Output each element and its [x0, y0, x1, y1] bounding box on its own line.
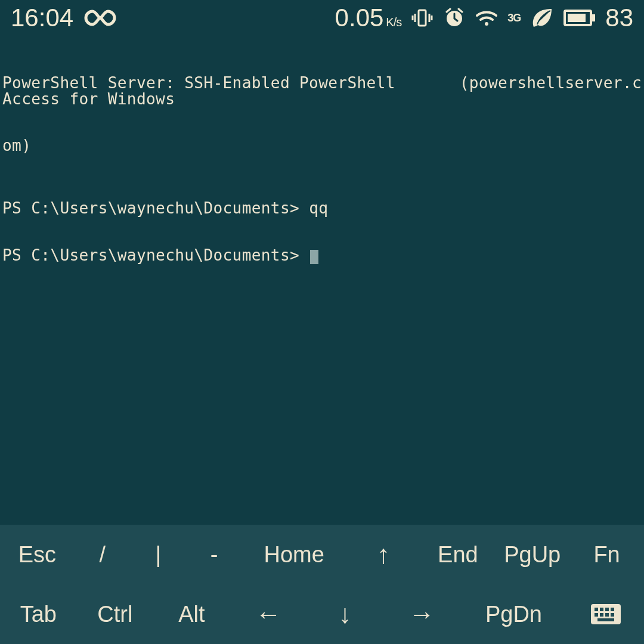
infinity-icon: [84, 9, 116, 27]
svg-rect-14: [611, 613, 614, 617]
terminal-prompt-1: PS C:\Users\waynechu\Documents>: [2, 199, 299, 217]
signal-3g-text: 3G: [507, 12, 521, 24]
key-pipe[interactable]: |: [131, 525, 187, 584]
svg-rect-10: [611, 608, 614, 611]
key-dash[interactable]: -: [186, 525, 242, 584]
key-tab[interactable]: Tab: [0, 584, 77, 644]
battery-text: 83: [605, 4, 633, 32]
key-keyboard-toggle[interactable]: [567, 584, 644, 644]
cursor-icon: [310, 250, 318, 264]
extra-keys-bar: Esc / | - Home ↑ End PgUp Fn Tab Ctrl Al…: [0, 525, 644, 644]
terminal-cmd-1: qq: [309, 199, 328, 217]
key-left[interactable]: ←: [230, 584, 307, 644]
keyboard-icon: [590, 603, 621, 625]
extra-keys-row-1: Esc / | - Home ↑ End PgUp Fn: [0, 525, 644, 584]
svg-rect-13: [605, 613, 609, 617]
key-pgup[interactable]: PgUp: [495, 525, 569, 584]
key-home[interactable]: Home: [242, 525, 346, 584]
terminal-banner-line1: PowerShell Server: SSH-Enabled PowerShel…: [2, 75, 642, 106]
battery-icon: [564, 9, 596, 27]
clock-text: 16:04: [11, 4, 73, 32]
svg-rect-5: [592, 14, 595, 21]
svg-rect-4: [568, 14, 586, 22]
key-down[interactable]: ↓: [306, 584, 383, 644]
status-bar: 16:04 0.05 K/s 3G 83: [0, 0, 644, 36]
svg-rect-0: [419, 10, 426, 26]
terminal-line-2: PS C:\Users\waynechu\Documents>: [2, 247, 642, 264]
svg-rect-7: [595, 608, 598, 611]
key-fn[interactable]: Fn: [569, 525, 644, 584]
svg-rect-15: [597, 618, 614, 621]
key-up[interactable]: ↑: [346, 525, 421, 584]
key-esc[interactable]: Esc: [0, 525, 75, 584]
terminal-banner-text-b: (powershellserver.c: [460, 75, 642, 106]
key-ctrl[interactable]: Ctrl: [77, 584, 154, 644]
wifi-icon: [475, 8, 498, 27]
svg-rect-8: [600, 608, 603, 611]
key-slash[interactable]: /: [75, 525, 131, 584]
terminal-output[interactable]: PowerShell Server: SSH-Enabled PowerShel…: [0, 36, 644, 525]
terminal-prompt-2: PS C:\Users\waynechu\Documents>: [2, 246, 299, 264]
terminal-banner-line2: om): [2, 138, 642, 153]
extra-keys-row-2: Tab Ctrl Alt ← ↓ → PgDn: [0, 584, 644, 644]
leaf-icon: [530, 7, 554, 29]
alarm-icon: [443, 7, 466, 29]
network-speed-unit: K/s: [386, 16, 401, 28]
key-alt[interactable]: Alt: [153, 584, 230, 644]
key-right[interactable]: →: [383, 584, 460, 644]
svg-rect-12: [600, 613, 603, 617]
key-end[interactable]: End: [420, 525, 495, 584]
network-speed: 0.05 K/s: [335, 4, 402, 32]
svg-point-2: [485, 22, 488, 26]
key-pgdn[interactable]: PgDn: [460, 584, 567, 644]
terminal-line-1: PS C:\Users\waynechu\Documents> qq: [2, 200, 642, 216]
terminal-banner-text-a: PowerShell Server: SSH-Enabled PowerShel…: [2, 75, 460, 106]
svg-rect-9: [605, 608, 609, 611]
network-speed-value: 0.05: [335, 4, 384, 32]
svg-rect-11: [595, 613, 598, 617]
vibrate-icon: [411, 7, 434, 29]
